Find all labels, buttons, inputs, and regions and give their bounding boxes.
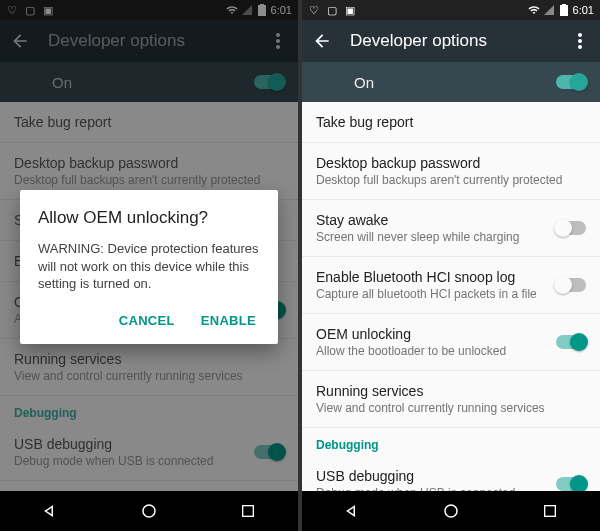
heart-icon: ♡ (6, 4, 18, 16)
svg-point-5 (143, 505, 155, 517)
picture-icon: ▢ (24, 4, 36, 16)
list-item[interactable]: Desktop backup passwordDesktop full back… (302, 143, 600, 200)
master-switch-row[interactable]: On (0, 62, 298, 102)
signal-icon (543, 4, 555, 16)
briefcase-icon: ▣ (344, 4, 356, 16)
signal-icon (241, 4, 253, 16)
appbar-title: Developer options (48, 31, 268, 51)
dialog-body: WARNING: Device protection features will… (38, 240, 260, 293)
battery-icon (256, 4, 268, 16)
section-header: Debugging (302, 428, 600, 456)
dialog-oem-unlock: Allow OEM unlocking? WARNING: Device pro… (20, 190, 278, 344)
list-item[interactable]: Enable Bluetooth HCI snoop logCapture al… (302, 257, 600, 314)
svg-rect-13 (545, 506, 556, 517)
master-switch-toggle[interactable] (556, 75, 586, 89)
nav-recent-icon[interactable] (237, 500, 259, 522)
list-item[interactable]: Take bug report (0, 102, 298, 143)
master-switch-toggle[interactable] (254, 75, 284, 89)
svg-rect-8 (562, 4, 566, 5)
wifi-icon (226, 4, 238, 16)
appbar-title: Developer options (350, 31, 570, 51)
list-item[interactable]: OEM unlockingAllow the bootloader to be … (302, 314, 600, 371)
svg-point-2 (276, 33, 280, 37)
back-icon[interactable] (10, 31, 30, 51)
appbar: Developer options (0, 20, 298, 62)
list-item[interactable]: Running servicesView and control current… (0, 339, 298, 396)
svg-point-4 (276, 45, 280, 49)
toggle[interactable] (556, 335, 586, 349)
svg-point-3 (276, 39, 280, 43)
enable-button[interactable]: ENABLE (197, 307, 260, 334)
toggle[interactable] (556, 278, 586, 292)
nav-recent-icon[interactable] (539, 500, 561, 522)
nav-back-icon[interactable] (39, 500, 61, 522)
master-switch-row[interactable]: On (302, 62, 600, 102)
nav-back-icon[interactable] (341, 500, 363, 522)
svg-point-10 (578, 39, 582, 43)
cancel-button[interactable]: CANCEL (115, 307, 179, 334)
nav-home-icon[interactable] (440, 500, 462, 522)
nav-home-icon[interactable] (138, 500, 160, 522)
list-item[interactable]: USB debuggingDebug mode when USB is conn… (0, 424, 298, 481)
list-item[interactable]: Running servicesView and control current… (302, 371, 600, 428)
svg-rect-7 (560, 5, 568, 16)
clock-text: 6:01 (573, 4, 594, 16)
master-switch-label: On (354, 74, 556, 91)
navbar (0, 491, 298, 531)
battery-icon (558, 4, 570, 16)
section-header: Debugging (0, 396, 298, 424)
appbar: Developer options (302, 20, 600, 62)
master-switch-label: On (52, 74, 254, 91)
wifi-icon (528, 4, 540, 16)
svg-point-9 (578, 33, 582, 37)
clock-text: 6:01 (271, 4, 292, 16)
phone-left: ♡ ▢ ▣ 6:01 Developer options On Take bug… (0, 0, 298, 531)
svg-point-12 (445, 505, 457, 517)
phone-right: ♡ ▢ ▣ 6:01 Developer options On Take bug… (302, 0, 600, 531)
heart-icon: ♡ (308, 4, 320, 16)
statusbar: ♡ ▢ ▣ 6:01 (302, 0, 600, 20)
toggle[interactable] (556, 477, 586, 491)
svg-point-11 (578, 45, 582, 49)
overflow-menu-icon[interactable] (268, 33, 288, 49)
svg-rect-1 (260, 4, 264, 5)
back-icon[interactable] (312, 31, 332, 51)
list-item[interactable]: Stay awakeScreen will never sleep while … (302, 200, 600, 257)
picture-icon: ▢ (326, 4, 338, 16)
overflow-menu-icon[interactable] (570, 33, 590, 49)
list-item[interactable]: Take bug report (302, 102, 600, 143)
toggle[interactable] (556, 221, 586, 235)
navbar (302, 491, 600, 531)
statusbar: ♡ ▢ ▣ 6:01 (0, 0, 298, 20)
briefcase-icon: ▣ (42, 4, 54, 16)
svg-rect-6 (243, 506, 254, 517)
dialog-title: Allow OEM unlocking? (38, 208, 260, 228)
settings-list: Take bug report Desktop backup passwordD… (302, 102, 600, 513)
toggle[interactable] (254, 445, 284, 459)
svg-rect-0 (258, 5, 266, 16)
